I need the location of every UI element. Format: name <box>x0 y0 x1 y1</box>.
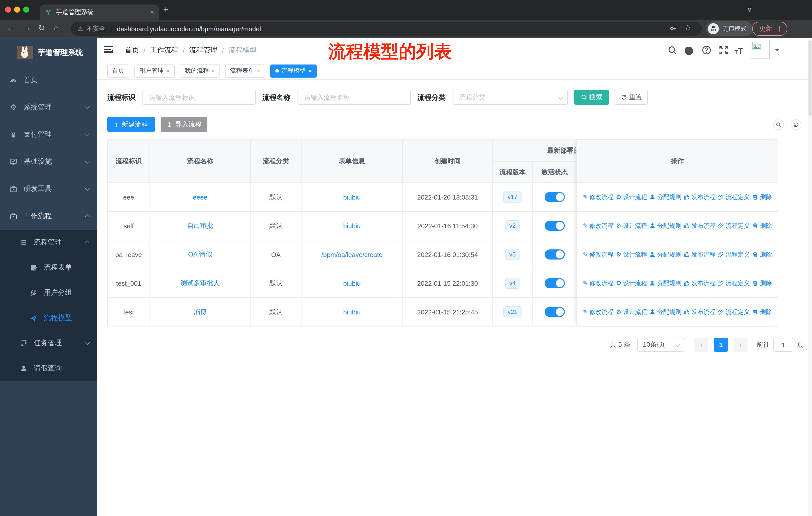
sidebar-item-devtools[interactable]: 研发工具 <box>0 175 97 202</box>
update-button[interactable]: 更新 ⋮ <box>752 22 787 36</box>
edit-process-link[interactable]: ✎ 修改流程 <box>583 308 613 316</box>
edit-process-link[interactable]: ✎ 修改流程 <box>583 193 613 201</box>
window-zoom-button[interactable] <box>23 6 29 12</box>
table-refresh-icon[interactable] <box>791 119 802 130</box>
github-icon[interactable] <box>684 45 694 58</box>
delete-link[interactable]: 删除 <box>752 221 772 230</box>
design-process-link[interactable]: ⚙ 设计流程 <box>616 308 647 316</box>
process-definition-link[interactable]: 流程定义 <box>718 193 750 201</box>
name-input[interactable] <box>297 90 411 105</box>
tag-process-form[interactable]: 流程表单 × <box>225 64 265 77</box>
window-minimize-button[interactable] <box>14 6 20 12</box>
breadcrumb-process-mgmt[interactable]: 流程管理 <box>189 46 218 55</box>
hamburger-icon[interactable] <box>104 46 113 54</box>
sidebar-item-user-group[interactable]: 用户分组 <box>0 280 97 305</box>
tab-search-icon[interactable]: ∨ <box>747 5 752 13</box>
sidebar-item-process-form[interactable]: 流程表单 <box>0 255 97 280</box>
next-page-button[interactable]: › <box>733 337 748 352</box>
model-name-link[interactable]: 滔博 <box>194 307 207 317</box>
assign-rule-link[interactable]: 分配规则 <box>650 250 682 259</box>
design-process-link[interactable]: ⚙ 设计流程 <box>616 193 647 201</box>
sidebar-item-task-mgmt[interactable]: 任务管理 <box>0 331 97 356</box>
form-info-link[interactable]: biubiu <box>343 279 360 287</box>
address-bar[interactable]: ⚠ 不安全 dashboard.yudao.iocoder.cn/bpm/man… <box>70 22 702 36</box>
reload-icon[interactable]: ↻ <box>38 23 45 33</box>
scrollbar[interactable] <box>808 38 812 516</box>
active-toggle[interactable] <box>545 221 564 231</box>
delete-link[interactable]: 删除 <box>752 308 772 316</box>
process-definition-link[interactable]: 流程定义 <box>718 250 750 259</box>
bookmark-star-icon[interactable]: ☆ <box>684 23 691 32</box>
form-info-link[interactable]: biubiu <box>343 308 360 316</box>
edit-process-link[interactable]: ✎ 修改流程 <box>583 279 613 288</box>
page-size-select[interactable]: 10条/页 <box>637 337 684 352</box>
home-icon[interactable]: ⌂ <box>54 23 59 32</box>
design-process-link[interactable]: ⚙ 设计流程 <box>616 250 647 259</box>
model-name-link[interactable]: 测试多审批人 <box>180 279 220 288</box>
forward-icon[interactable]: → <box>23 23 31 32</box>
avatar-caret-icon[interactable] <box>775 49 780 54</box>
active-toggle[interactable] <box>545 249 564 260</box>
search-icon[interactable] <box>668 45 677 57</box>
delete-link[interactable]: 删除 <box>752 279 772 288</box>
sidebar-item-workflow[interactable]: 工作流程 <box>0 202 97 230</box>
goto-page-input[interactable] <box>773 337 793 352</box>
new-tab-button[interactable]: + <box>163 4 169 15</box>
active-toggle[interactable] <box>545 307 564 317</box>
assign-rule-link[interactable]: 分配规则 <box>650 279 682 288</box>
model-name-link[interactable]: 自己审批 <box>187 221 213 230</box>
sidebar-item-system[interactable]: ⚙ 系统管理 <box>0 94 97 121</box>
design-process-link[interactable]: ⚙ 设计流程 <box>616 221 647 230</box>
design-process-link[interactable]: ⚙ 设计流程 <box>616 279 647 288</box>
process-definition-link[interactable]: 流程定义 <box>718 279 750 288</box>
active-toggle[interactable] <box>545 192 564 202</box>
breadcrumb-home[interactable]: 首页 <box>125 46 139 55</box>
sidebar-item-payment[interactable]: ¥ 支付管理 <box>0 121 97 148</box>
breadcrumb-workflow[interactable]: 工作流程 <box>150 46 178 55</box>
form-info-link[interactable]: biubiu <box>343 193 360 201</box>
sidebar-item-home[interactable]: 首页 <box>0 66 97 94</box>
import-process-button[interactable]: ↥ 导入流程 <box>161 117 207 132</box>
tab-close-icon[interactable]: × <box>150 8 154 16</box>
create-process-button[interactable]: + 新建流程 <box>107 117 155 132</box>
publish-process-link[interactable]: 发布流程 <box>684 250 716 259</box>
close-icon[interactable]: × <box>257 67 260 74</box>
close-icon[interactable]: × <box>166 67 170 74</box>
search-button[interactable]: 搜索 <box>574 90 609 105</box>
process-definition-link[interactable]: 流程定义 <box>718 308 750 316</box>
publish-process-link[interactable]: 发布流程 <box>684 193 716 201</box>
form-info-link[interactable]: biubiu <box>343 222 360 229</box>
publish-process-link[interactable]: 发布流程 <box>684 308 716 316</box>
close-icon[interactable]: × <box>308 67 312 74</box>
model-name-link[interactable]: OA 请假 <box>188 250 212 259</box>
tag-my-process[interactable]: 我的流程 × <box>180 64 220 77</box>
avatar[interactable] <box>751 40 770 59</box>
publish-process-link[interactable]: 发布流程 <box>684 221 716 230</box>
category-select[interactable]: 流程分类 <box>453 90 568 105</box>
delete-link[interactable]: 删除 <box>752 250 772 259</box>
publish-process-link[interactable]: 发布流程 <box>684 279 716 288</box>
tag-process-model[interactable]: 流程模型 × <box>270 64 317 77</box>
sidebar-item-process-model[interactable]: 流程模型 <box>0 305 97 331</box>
tag-home[interactable]: 首页 <box>107 64 129 77</box>
window-close-button[interactable] <box>5 6 11 12</box>
key-input[interactable] <box>142 90 256 105</box>
font-size-icon[interactable]: TT <box>734 46 743 56</box>
current-page-button[interactable]: 1 <box>714 337 728 352</box>
sidebar-item-leave-query[interactable]: 请假查询 <box>0 356 97 381</box>
browser-tab[interactable]: 芋道管理系统 × <box>40 4 159 20</box>
back-icon[interactable]: ← <box>6 23 14 32</box>
password-key-icon[interactable] <box>670 25 677 34</box>
sidebar-item-process-mgmt[interactable]: 流程管理 <box>0 230 97 255</box>
table-search-icon[interactable] <box>773 119 784 130</box>
assign-rule-link[interactable]: 分配规则 <box>650 221 682 230</box>
browser-menu-icon[interactable]: ⋮ <box>776 25 783 32</box>
form-info-link[interactable]: /bpm/oa/leave/create <box>321 251 383 258</box>
help-icon[interactable] <box>702 45 711 57</box>
model-name-link[interactable]: eeee <box>193 193 207 201</box>
fullscreen-icon[interactable] <box>719 45 728 57</box>
assign-rule-link[interactable]: 分配规则 <box>650 308 682 316</box>
delete-link[interactable]: 删除 <box>752 193 772 201</box>
sidebar-item-infra[interactable]: 基础设施 <box>0 148 97 175</box>
prev-page-button[interactable]: ‹ <box>694 337 708 352</box>
